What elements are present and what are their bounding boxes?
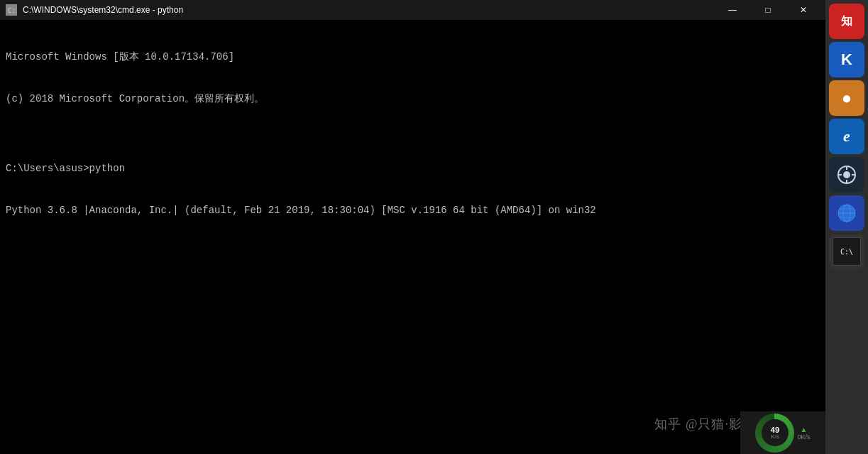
speed-unit: K/s	[771, 434, 779, 440]
maximize-button[interactable]: □	[752, 0, 784, 20]
speed-circle: 49 K/s	[755, 414, 794, 453]
terminal-line-2: (c) 2018 Microsoft Corporation。保留所有权利。	[6, 92, 820, 107]
terminal-output: Microsoft Windows [版本 10.0.17134.706] (c…	[0, 20, 825, 240]
steam-icon[interactable]	[829, 157, 864, 193]
cmd-title-icon: C:\	[6, 4, 17, 16]
cmd-taskbar-icon[interactable]: C:\	[829, 234, 864, 269]
close-button[interactable]: ✕	[787, 0, 820, 20]
title-bar: C:\ C:\WINDOWS\system32\cmd.exe - python…	[0, 0, 825, 20]
speed-indicator: 49 K/s ▲ 0K/s	[740, 411, 825, 454]
cmd-window: C:\ C:\WINDOWS\system32\cmd.exe - python…	[0, 0, 825, 454]
earth-app-icon[interactable]	[829, 195, 864, 231]
window-title: C:\WINDOWS\system32\cmd.exe - python	[23, 5, 183, 15]
taskbar-sidebar: 知 K ● e C:\	[825, 0, 868, 454]
title-bar-left: C:\ C:\WINDOWS\system32\cmd.exe - python	[6, 4, 183, 16]
upload-speed: 0K/s	[797, 433, 810, 441]
zhihu-icon[interactable]: 知	[829, 4, 864, 39]
svg-point-3	[843, 171, 850, 178]
speed-value: 49	[771, 426, 779, 434]
terminal-line-5: Python 3.6.8 |Anaconda, Inc.| (default, …	[6, 204, 820, 218]
terminal-line-1: Microsoft Windows [版本 10.0.17134.706]	[6, 50, 820, 65]
speed-inner: 49 K/s	[762, 419, 789, 446]
terminal-line-4: C:\Users\asus>python	[6, 162, 820, 176]
edge-browser-icon[interactable]: e	[829, 119, 864, 154]
minimize-button[interactable]: —	[716, 0, 749, 20]
upload-arrow-icon: ▲	[801, 426, 808, 433]
k-app-icon[interactable]: K	[829, 42, 864, 77]
orange-app-icon[interactable]: ●	[829, 80, 864, 116]
title-bar-controls: — □ ✕	[716, 0, 820, 20]
svg-text:C:\: C:\	[8, 7, 16, 14]
